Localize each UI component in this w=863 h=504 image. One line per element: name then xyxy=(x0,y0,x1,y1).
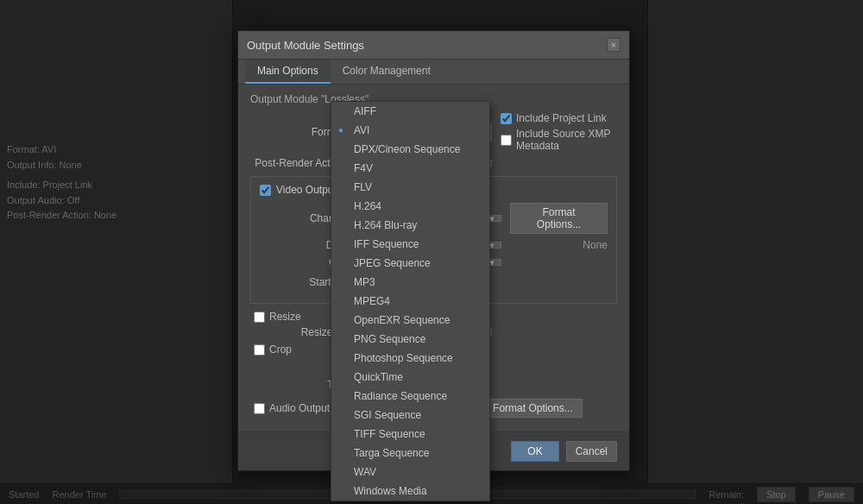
dropdown-item[interactable]: OpenEXR Sequence xyxy=(331,311,489,330)
resize-checkbox[interactable] xyxy=(254,312,265,323)
tab-color-management[interactable]: Color Management xyxy=(331,60,443,84)
audio-output-checkbox[interactable] xyxy=(254,403,265,414)
ok-button[interactable]: OK xyxy=(511,441,558,462)
dropdown-item[interactable]: TIFF Sequence xyxy=(331,425,489,444)
audio-output-label: Audio Output xyxy=(269,402,330,414)
dropdown-item[interactable]: WAV xyxy=(331,463,489,482)
tab-main-options[interactable]: Main Options xyxy=(245,60,331,84)
resize-checkbox-row[interactable]: Resize xyxy=(254,311,301,323)
dialog-title: Output Module Settings xyxy=(247,39,364,52)
audio-output-checkbox-row[interactable]: Audio Output xyxy=(254,402,330,414)
audio-format-options-button[interactable]: Format Options... xyxy=(483,399,583,418)
include-project-link-label: Include Project Link xyxy=(516,112,607,124)
include-source-xmp-label: Include Source XMP Metadata xyxy=(516,128,617,152)
dropdown-item[interactable]: AIFF xyxy=(331,102,489,121)
dropdown-item[interactable]: IFF Sequence xyxy=(331,235,489,254)
dropdown-item[interactable]: Windows Media xyxy=(331,482,489,501)
dropdown-item[interactable]: FLV xyxy=(331,178,489,197)
include-project-link-checkbox[interactable] xyxy=(501,113,512,124)
video-output-checkbox[interactable] xyxy=(260,185,271,196)
dropdown-item[interactable]: Targa Sequence xyxy=(331,444,489,463)
dropdown-item[interactable]: Radiance Sequence xyxy=(331,387,489,406)
none-label: None xyxy=(583,239,608,251)
dropdown-item[interactable]: SGI Sequence xyxy=(331,406,489,425)
video-output-label: Video Output xyxy=(276,184,337,196)
cancel-button[interactable]: Cancel xyxy=(566,441,617,462)
crop-label: Crop xyxy=(269,343,292,356)
dropdown-item[interactable]: MPEG4 xyxy=(331,292,489,311)
dialog-titlebar: Output Module Settings × xyxy=(238,31,629,60)
include-source-xmp-row[interactable]: Include Source XMP Metadata xyxy=(501,128,617,152)
crop-checkbox[interactable] xyxy=(254,344,265,356)
dropdown-item[interactable]: MP3 xyxy=(331,273,489,292)
dropdown-item[interactable]: F4V xyxy=(331,159,489,178)
dropdown-item[interactable]: AVI xyxy=(331,121,489,140)
format-dropdown: AIFFAVIDPX/Cineon SequenceF4VFLVH.264H.2… xyxy=(331,101,490,501)
dropdown-item[interactable]: PNG Sequence xyxy=(331,330,489,349)
dropdown-item[interactable]: QuickTime xyxy=(331,368,489,387)
resize-label: Resize xyxy=(269,311,301,323)
dropdown-item[interactable]: DPX/Cineon Sequence xyxy=(331,140,489,159)
include-project-link-row[interactable]: Include Project Link xyxy=(501,112,617,124)
close-button[interactable]: × xyxy=(607,38,620,52)
dropdown-item[interactable]: H.264 xyxy=(331,197,489,216)
dialog-tabs: Main Options Color Management xyxy=(238,60,629,85)
crop-checkbox-row[interactable]: Crop xyxy=(254,343,292,356)
include-source-xmp-checkbox[interactable] xyxy=(501,135,512,146)
include-checkboxes: Include Project Link Include Source XMP … xyxy=(501,112,617,152)
dropdown-item[interactable]: H.264 Blu-ray xyxy=(331,216,489,235)
dropdown-item[interactable]: JPEG Sequence xyxy=(331,254,489,273)
dropdown-item[interactable]: Photoshop Sequence xyxy=(331,349,489,368)
format-options-button[interactable]: Format Options... xyxy=(510,203,608,234)
